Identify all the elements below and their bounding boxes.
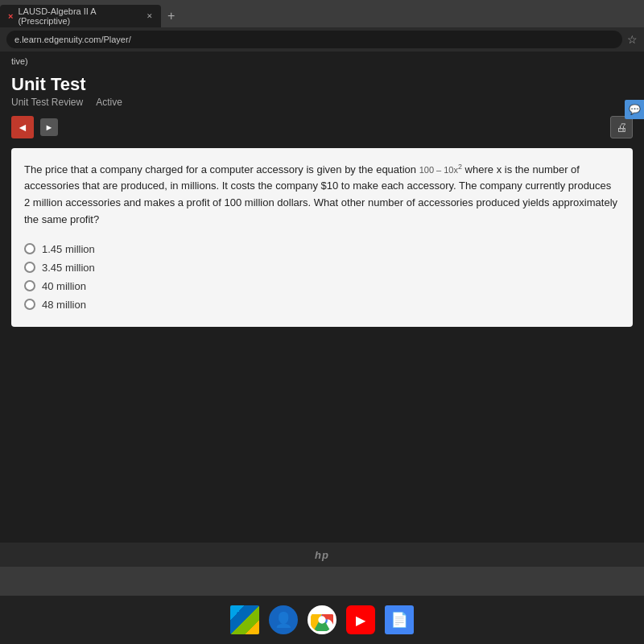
subtitle-text: Unit Test Review <box>11 97 83 108</box>
youtube-icon-symbol: ▶ <box>356 613 365 628</box>
tab-close-btn[interactable]: ✕ <box>147 12 153 20</box>
subtitle-row: Unit Test Review Active <box>11 97 633 108</box>
print-icon: 🖨 <box>616 121 627 134</box>
tab-bar: × LAUSD-Algebra II A (Prescriptive) ✕ + <box>0 0 644 27</box>
app-container: 💬 tive) Unit Test Unit Test Review Activ… <box>0 52 644 543</box>
taskbar-youtube-icon[interactable]: ▶ <box>346 605 375 634</box>
question-panel: The price that a company charged for a c… <box>11 148 633 327</box>
chat-icon[interactable]: 💬 <box>625 100 644 119</box>
taskbar: 👤 ▶ 📄 <box>0 596 644 644</box>
question-text: The price that a company charged for a c… <box>24 161 620 229</box>
address-bar-row: ☆ <box>0 27 644 52</box>
active-tab[interactable]: × LAUSD-Algebra II A (Prescriptive) ✕ <box>0 5 161 27</box>
taskbar-windows-icon[interactable] <box>230 605 259 634</box>
radio-3[interactable] <box>24 280 35 291</box>
option-2[interactable]: 3.45 million <box>24 262 620 274</box>
page-title: Unit Test <box>11 74 633 95</box>
taskbar-docs-icon[interactable]: 📄 <box>385 605 414 634</box>
bookmark-icon[interactable]: ☆ <box>627 33 638 46</box>
play-button[interactable]: ► <box>40 118 58 136</box>
page-title-area: Unit Test Unit Test Review Active <box>0 68 644 111</box>
active-badge: Active <box>96 97 122 108</box>
brand-logo: hp <box>0 543 644 567</box>
radio-4[interactable] <box>24 299 35 310</box>
tab-title: LAUSD-Algebra II A (Prescriptive) <box>18 6 142 26</box>
option-3[interactable]: 40 million <box>24 280 620 292</box>
svg-point-2 <box>318 616 325 623</box>
option-2-label: 3.45 million <box>42 262 95 274</box>
radio-1[interactable] <box>24 243 35 254</box>
new-tab-button[interactable]: + <box>161 9 181 23</box>
tab-close-icon[interactable]: × <box>8 11 13 21</box>
address-input[interactable] <box>6 31 622 48</box>
option-4[interactable]: 48 million <box>24 299 620 311</box>
equation: 100 – 10x2 <box>419 165 462 175</box>
option-3-label: 40 million <box>42 280 86 292</box>
photos-icon-symbol: 👤 <box>275 611 292 629</box>
option-1[interactable]: 1.45 million <box>24 243 620 255</box>
toolbar-left: ◄ ► <box>11 116 58 138</box>
docs-icon-symbol: 📄 <box>390 611 408 629</box>
option-4-label: 48 million <box>42 299 86 311</box>
taskbar-photos-icon[interactable]: 👤 <box>269 605 298 634</box>
options-list: 1.45 million 3.45 million 40 million 48 … <box>24 243 620 311</box>
option-1-label: 1.45 million <box>42 243 95 255</box>
taskbar-chrome-icon[interactable] <box>308 605 336 634</box>
toolbar-right: 🖨 <box>610 116 633 138</box>
toolbar-row: ◄ ► 🖨 <box>0 111 644 143</box>
browser-chrome: × LAUSD-Algebra II A (Prescriptive) ✕ + … <box>0 0 644 52</box>
print-button[interactable]: 🖨 <box>610 116 633 138</box>
back-button[interactable]: ◄ <box>11 116 34 138</box>
radio-2[interactable] <box>24 262 35 273</box>
breadcrumb: tive) <box>0 52 644 68</box>
